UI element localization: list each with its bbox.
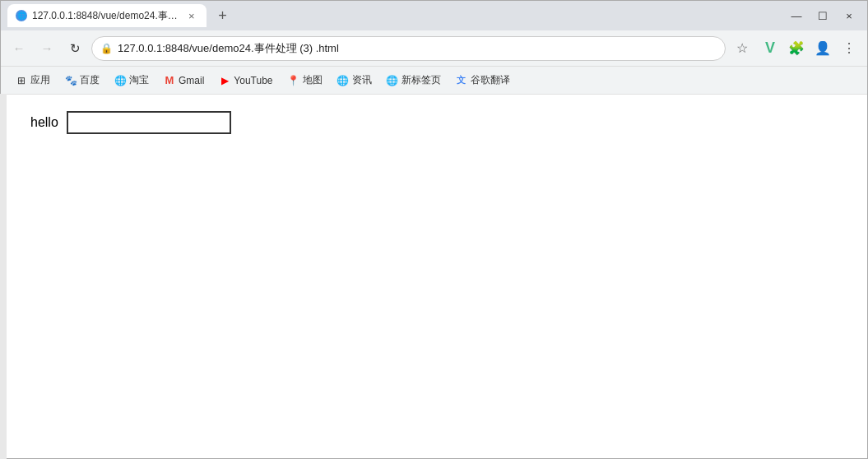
titlebar: 🌐 127.0.0.1:8848/vue/demo24.事件处理 (3) .ht… bbox=[1, 1, 867, 30]
address-bar[interactable]: 🔒 127.0.0.1:8848/vue/demo24.事件处理 (3) .ht… bbox=[91, 36, 726, 61]
bookmark-taobao-label: 淘宝 bbox=[129, 73, 149, 87]
bookmark-maps[interactable]: 📍 地图 bbox=[281, 70, 329, 90]
navbar: ← → ↻ 🔒 127.0.0.1:8848/vue/demo24.事件处理 (… bbox=[1, 30, 867, 67]
forward-icon: → bbox=[41, 41, 53, 55]
bookmark-baidu[interactable]: 🐾 百度 bbox=[58, 70, 106, 90]
avatar-icon: 👤 bbox=[815, 40, 831, 56]
refresh-icon: ↻ bbox=[70, 41, 81, 56]
tab-close-button[interactable]: × bbox=[185, 8, 198, 24]
bookmark-newtab-label: 新标签页 bbox=[402, 73, 441, 87]
bookmark-maps-label: 地图 bbox=[303, 73, 323, 87]
bookmark-translate[interactable]: 文 谷歌翻译 bbox=[449, 70, 517, 90]
avatar-button[interactable]: 👤 bbox=[811, 37, 834, 60]
extension-icons: V 🧩 👤 ⋮ bbox=[759, 37, 861, 60]
bookmark-gmail[interactable]: M Gmail bbox=[157, 72, 211, 90]
bookmark-apps[interactable]: ⊞ 应用 bbox=[9, 70, 57, 90]
tab-title: 127.0.0.1:8848/vue/demo24.事件处理 (3) .html bbox=[32, 9, 180, 23]
puzzle-icon: 🧩 bbox=[788, 40, 805, 56]
bookmark-news[interactable]: 🌐 资讯 bbox=[331, 70, 378, 90]
scrollbar-track[interactable] bbox=[0, 94, 7, 459]
taobao-icon: 🌐 bbox=[114, 75, 126, 86]
maps-icon: 📍 bbox=[288, 75, 299, 86]
back-button[interactable]: ← bbox=[7, 37, 30, 60]
bookmark-gmail-label: Gmail bbox=[179, 75, 204, 86]
newtab-icon: 🌐 bbox=[387, 75, 398, 86]
youtube-icon: ▶ bbox=[219, 75, 230, 86]
bookmark-news-label: 资讯 bbox=[352, 73, 372, 87]
text-input[interactable] bbox=[67, 111, 231, 134]
hello-label: hello bbox=[30, 111, 58, 134]
bookmark-newtab[interactable]: 🌐 新标签页 bbox=[380, 70, 448, 90]
bookmark-baidu-label: 百度 bbox=[80, 73, 100, 87]
bookmark-translate-label: 谷歌翻译 bbox=[471, 73, 510, 87]
menu-icon: ⋮ bbox=[842, 40, 856, 56]
menu-button[interactable]: ⋮ bbox=[838, 37, 861, 60]
tab-favicon: 🌐 bbox=[16, 10, 27, 21]
puzzle-extension-icon[interactable]: 🧩 bbox=[785, 37, 808, 60]
titlebar-left: 🌐 127.0.0.1:8848/vue/demo24.事件处理 (3) .ht… bbox=[7, 4, 780, 27]
address-text: 127.0.0.1:8848/vue/demo24.事件处理 (3) .html bbox=[118, 41, 717, 56]
bookmarks-bar: ⊞ 应用 🐾 百度 🌐 淘宝 M Gmail ▶ YouTube 📍 地图 🌐 … bbox=[1, 67, 867, 95]
bookmark-taobao[interactable]: 🌐 淘宝 bbox=[108, 70, 155, 90]
baidu-icon: 🐾 bbox=[65, 75, 77, 86]
translate-icon: 文 bbox=[456, 75, 467, 86]
bookmark-apps-label: 应用 bbox=[30, 73, 50, 87]
minimize-button[interactable]: — bbox=[785, 7, 808, 24]
browser-tab[interactable]: 🌐 127.0.0.1:8848/vue/demo24.事件处理 (3) .ht… bbox=[7, 4, 207, 27]
page-content: hello bbox=[1, 95, 867, 458]
gmail-icon: M bbox=[164, 75, 175, 86]
close-button[interactable]: × bbox=[838, 7, 861, 24]
refresh-button[interactable]: ↻ bbox=[63, 37, 86, 60]
forward-button[interactable]: → bbox=[35, 37, 58, 60]
browser-window: 🌐 127.0.0.1:8848/vue/demo24.事件处理 (3) .ht… bbox=[0, 0, 868, 459]
bookmark-youtube-label: YouTube bbox=[234, 75, 272, 86]
star-icon: ☆ bbox=[736, 40, 748, 56]
news-icon: 🌐 bbox=[337, 75, 349, 86]
maximize-button[interactable]: ☐ bbox=[811, 7, 834, 24]
new-tab-button[interactable]: + bbox=[211, 4, 234, 27]
bookmark-youtube[interactable]: ▶ YouTube bbox=[212, 72, 279, 90]
back-icon: ← bbox=[13, 41, 26, 55]
bookmark-star-button[interactable]: ☆ bbox=[731, 37, 754, 60]
apps-icon: ⊞ bbox=[16, 75, 27, 86]
lock-icon: 🔒 bbox=[100, 43, 113, 54]
vue-extension-icon[interactable]: V bbox=[759, 37, 782, 60]
window-controls: — ☐ × bbox=[785, 7, 861, 24]
